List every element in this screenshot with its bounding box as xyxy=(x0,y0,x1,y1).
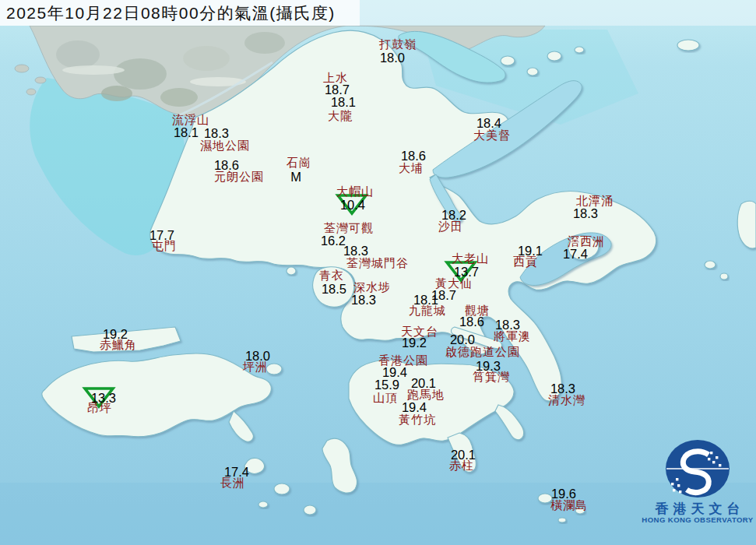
station-name-label: 上水 xyxy=(323,71,348,86)
station-name-label: 觀塘 xyxy=(465,304,490,318)
station-name-label: 橫瀾島 xyxy=(550,498,588,513)
station-name-label: 大埔 xyxy=(399,161,424,176)
station-name-label: 昂坪 xyxy=(87,401,112,416)
station-name-label: 黃竹坑 xyxy=(399,413,436,427)
station-name-label: 屯門 xyxy=(152,239,177,254)
station-temp-value: 18.5 xyxy=(322,282,346,297)
station-name-label: 香港公園 xyxy=(378,353,428,368)
station-name-label: 沙田 xyxy=(438,220,463,234)
station-name-label: 北潭涌 xyxy=(576,194,614,209)
station-name-label: 赤鱲角 xyxy=(100,338,137,353)
station-name-label: 坪洲 xyxy=(243,360,268,374)
hko-logo-chinese: 香港天文台 xyxy=(645,501,754,515)
station-temp-value: M xyxy=(290,170,301,185)
station-name-label: 長洲 xyxy=(220,476,245,490)
station-name-label: 大美督 xyxy=(473,128,511,143)
station-temp-value: 18.0 xyxy=(380,51,405,65)
station-temp-value: 18.1 xyxy=(331,95,356,110)
station-name-label: 赤柱 xyxy=(449,459,474,473)
station-name-label: 大帽山 xyxy=(336,185,374,199)
station-name-label: 荃灣城門谷 xyxy=(346,256,409,271)
station-name-label: 天文台 xyxy=(401,325,438,339)
station-name-label: 大隴 xyxy=(328,109,353,124)
hko-logo-english: HONG KONG OBSERVATORY xyxy=(641,515,754,525)
station-name-label: 深水埗 xyxy=(353,280,391,295)
station-name-label: 啟德跑道公園 xyxy=(445,345,520,360)
temperature-map-screen: 2025年10月22日08時00分的氣溫(攝氏度) 18.0打鼓嶺18.7上水1… xyxy=(0,0,756,545)
station-name-label: 西貢 xyxy=(513,255,538,269)
station-name-label: 筲箕灣 xyxy=(473,370,510,385)
station-name-label: 黃大仙 xyxy=(435,276,473,291)
station-name-label: 滘西洲 xyxy=(568,234,605,249)
hko-logo: 香港天文台 HONG KONG OBSERVATORY xyxy=(641,436,754,543)
station-name-label: 將軍澳 xyxy=(494,329,531,344)
station-temp-value: 10.4 xyxy=(340,198,365,213)
hko-emblem-icon xyxy=(643,436,752,501)
station-name-label: 青衣 xyxy=(319,269,344,283)
station-name-label: 打鼓嶺 xyxy=(379,37,417,52)
station-name-label: 石崗 xyxy=(287,156,311,171)
station-name-label: 山頂 xyxy=(373,391,398,406)
station-name-label: 濕地公園 xyxy=(200,139,250,153)
station-name-label: 九龍城 xyxy=(409,304,446,318)
station-name-label: 清水灣 xyxy=(548,393,585,408)
station-name-label: 大老山 xyxy=(452,251,489,266)
station-name-label: 荃灣可觀 xyxy=(324,221,374,236)
station-name-label: 元朗公園 xyxy=(214,170,264,185)
